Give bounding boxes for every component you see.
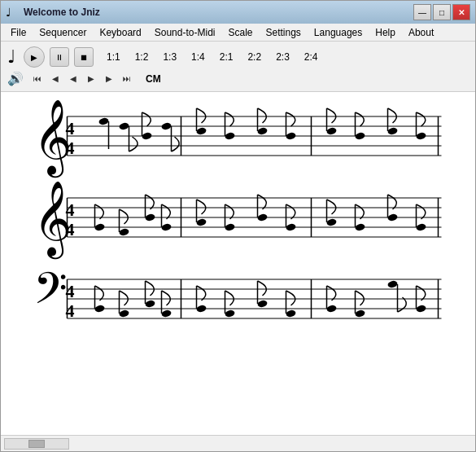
svg-point-88 <box>145 300 156 309</box>
menu-file[interactable]: File <box>4 25 33 40</box>
pos-1-4: 1:4 <box>191 51 205 63</box>
svg-point-68 <box>387 213 399 222</box>
svg-point-30 <box>355 132 366 141</box>
svg-point-48 <box>94 223 106 232</box>
horizontal-scrollbar[interactable] <box>4 438 69 450</box>
svg-point-50 <box>119 228 130 237</box>
svg-point-100 <box>326 305 338 314</box>
nav-next[interactable]: ▶ <box>84 72 98 86</box>
svg-point-20 <box>196 127 207 136</box>
nav-end[interactable]: ⏭ <box>120 72 134 86</box>
nav-start[interactable]: ⏮ <box>30 72 45 86</box>
svg-point-86 <box>119 309 130 318</box>
svg-point-18 <box>161 122 172 131</box>
menu-sequencer[interactable]: Sequencer <box>33 25 93 40</box>
play-button[interactable]: ▶ <box>24 46 45 68</box>
svg-point-62 <box>286 223 297 232</box>
svg-point-32 <box>387 127 399 136</box>
menu-about[interactable]: About <box>402 25 440 40</box>
nav-row: 🔊 ⏮ ◀ ◀ ▶ ▶ ⏭ CM <box>7 71 469 86</box>
svg-text:𝄢: 𝄢 <box>33 265 68 323</box>
svg-point-34 <box>416 132 427 141</box>
scroll-thumb[interactable] <box>28 440 45 448</box>
window-icon: ♩ <box>6 6 19 19</box>
nav-prev[interactable]: ◀ <box>66 72 81 86</box>
nav-next-bar[interactable]: ▶ <box>102 72 116 86</box>
menu-settings[interactable]: Settings <box>260 25 308 40</box>
sheet-music-area[interactable]: 𝄞 4 4 <box>1 92 475 435</box>
svg-point-28 <box>326 127 338 136</box>
menu-sound-to-midi[interactable]: Sound-to-Midi <box>148 25 222 40</box>
svg-point-24 <box>257 127 269 136</box>
toolbar: ♩ ▶ ⏸ ⏹ 1:1 1:2 1:3 1:4 2:1 2:2 2:3 2:4 … <box>1 42 475 92</box>
close-button[interactable]: ✕ <box>452 4 470 20</box>
staff-1: 𝄞 4 4 <box>17 100 459 182</box>
menu-help[interactable]: Help <box>369 25 402 40</box>
main-content: 𝄞 4 4 <box>1 92 475 435</box>
menu-scale[interactable]: Scale <box>221 25 259 40</box>
svg-point-94 <box>225 309 236 318</box>
menu-keyboard[interactable]: Keyboard <box>93 25 147 40</box>
pos-1-2: 1:2 <box>135 51 149 63</box>
pos-2-3: 2:3 <box>276 51 290 63</box>
svg-point-60 <box>257 213 269 222</box>
window-controls: — □ ✕ <box>413 4 470 20</box>
svg-point-26 <box>286 132 297 141</box>
nav-prev-bar[interactable]: ◀ <box>48 72 63 86</box>
svg-point-104 <box>387 280 399 289</box>
title-bar: ♩ Welcome to Jniz — □ ✕ <box>1 1 475 24</box>
stop-button[interactable]: ⏹ <box>74 47 94 67</box>
svg-point-64 <box>326 218 338 227</box>
position-display: 1:1 1:2 1:3 1:4 2:1 2:2 2:3 2:4 <box>107 51 318 63</box>
svg-point-70 <box>416 223 427 232</box>
volume-icon: 🔊 <box>7 71 24 86</box>
svg-point-84 <box>94 305 106 314</box>
window-title: Welcome to Jniz <box>24 7 413 18</box>
svg-point-54 <box>161 223 172 232</box>
key-display: CM <box>146 73 161 85</box>
maximize-button[interactable]: □ <box>433 4 451 20</box>
pos-2-2: 2:2 <box>247 51 261 63</box>
svg-point-66 <box>355 223 366 232</box>
staff-3: 𝄢 4 4 <box>17 263 459 344</box>
note-icon: ♩ <box>7 46 15 68</box>
svg-point-58 <box>225 223 236 232</box>
svg-point-96 <box>257 300 269 309</box>
svg-point-102 <box>355 309 366 318</box>
transport-row: ♩ ▶ ⏸ ⏹ 1:1 1:2 1:3 1:4 2:1 2:2 2:3 2:4 <box>7 46 469 68</box>
svg-point-90 <box>161 309 172 318</box>
svg-point-92 <box>196 305 207 314</box>
svg-point-52 <box>145 213 156 222</box>
svg-point-98 <box>286 309 297 318</box>
svg-point-16 <box>142 132 153 141</box>
menu-bar: File Sequencer Keyboard Sound-to-Midi Sc… <box>1 24 475 42</box>
svg-point-14 <box>119 122 130 131</box>
pos-2-1: 2:1 <box>220 51 234 63</box>
svg-point-22 <box>225 132 236 141</box>
pause-button[interactable]: ⏸ <box>50 47 69 67</box>
pos-1-3: 1:3 <box>163 51 177 63</box>
pos-2-4: 2:4 <box>304 51 318 63</box>
main-window: ♩ Welcome to Jniz — □ ✕ File Sequencer K… <box>0 0 476 452</box>
minimize-button[interactable]: — <box>413 4 431 20</box>
svg-point-12 <box>98 117 110 126</box>
staff-2: 𝄞 4 4 <box>17 182 459 263</box>
svg-point-56 <box>196 218 207 227</box>
pos-1-1: 1:1 <box>107 51 120 63</box>
svg-point-106 <box>416 305 427 314</box>
menu-languages[interactable]: Languages <box>308 25 369 40</box>
status-bar <box>1 435 475 451</box>
